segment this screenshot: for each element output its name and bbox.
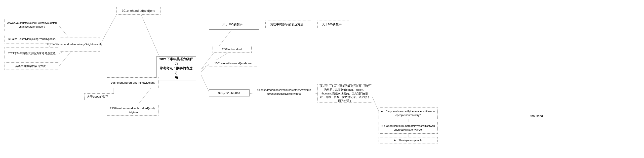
node-2021-summary: 大于100的数字：	[209, 19, 259, 30]
node-200: 200twohundred	[213, 46, 252, 53]
node-900m-desc: 英语中一千以上数字的表达方法是三位数为单元，从高到低billion、millio…	[317, 84, 372, 102]
node-qa1: A:Woo,youmustbejoking.Howcanyougetsucha­…	[5, 19, 59, 31]
node-900m: 900,732,266,043	[209, 89, 250, 96]
svg-line-0	[140, 11, 161, 60]
node-900m-english: ninehundredbillionsevenhundredthirtytwom…	[254, 87, 314, 97]
node-qa2: B:Ha,ha…surelyIamjoking.Yousillygoose.	[5, 35, 59, 43]
node-qa-right2: B：Onebillionfourhundredthirtytwomilliont…	[379, 122, 438, 134]
center-node: 2021下半年英语六级听力 常考考点：数字的表达方 法	[156, 57, 196, 80]
node-101: 101onehundred(and)one	[116, 7, 160, 15]
node-chinese-method: 英语中纯数字的表达方法：	[265, 21, 311, 28]
node-qa-right3: A：Thankyouverymuch.	[379, 137, 438, 143]
node-998: 998ninehundred(and)ninetyDeight	[107, 77, 158, 88]
node-1000-label: 大于1000的数字：	[84, 93, 114, 100]
node-2232: 2232twothousandtwohundred(and)thirtytwo	[107, 105, 158, 116]
node-qa-right1: A：Canyoutellmeexactlythenumbersofthewhol…	[379, 108, 438, 119]
svg-line-8	[99, 11, 118, 46]
node-gt100: 大于100的数字：	[317, 21, 349, 28]
node-qa4: 英语中纯数字的表达方法：	[5, 62, 59, 70]
node-qa3: 2021下半年英语六级听力常考考点汇总	[5, 47, 59, 59]
node-1001: 1001a/onethousand(and)one	[209, 60, 257, 67]
node-thousand: thousand	[528, 114, 546, 118]
mind-map: 2021下半年英语六级听力 常考考点：数字的表达方 法 101onehundre…	[0, 0, 644, 158]
